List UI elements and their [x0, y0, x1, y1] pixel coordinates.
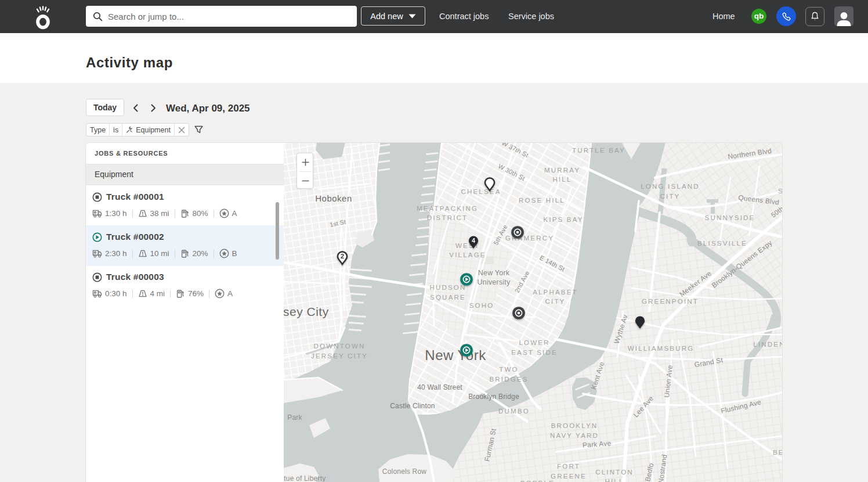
svg-text:Hoboken: Hoboken — [315, 193, 352, 203]
svg-text:ALPHABET: ALPHABET — [533, 289, 578, 296]
svg-text:DUMBO: DUMBO — [498, 408, 530, 415]
svg-text:EAST SIDE: EAST SIDE — [511, 349, 558, 356]
svg-text:TURTLE BAY: TURTLE BAY — [572, 147, 625, 154]
svg-text:SUNNYSIDE: SUNNYSIDE — [705, 214, 755, 221]
svg-text:SU: SU — [778, 188, 782, 195]
svg-text:GREENE: GREENE — [551, 473, 587, 480]
svg-text:DOWNTOWN: DOWNTOWN — [314, 343, 366, 350]
svg-text:LOWER: LOWER — [519, 339, 549, 346]
svg-text:DISTRICT: DISTRICT — [427, 214, 468, 221]
svg-text:SOHO: SOHO — [469, 302, 494, 309]
svg-text:BED: BED — [773, 449, 782, 456]
svg-text:COBBLE: COBBLE — [520, 480, 555, 482]
svg-text:BRIDGES: BRIDGES — [489, 376, 528, 383]
svg-text:MEATPACKING: MEATPACKING — [417, 205, 478, 212]
svg-text:HILL: HILL — [552, 176, 572, 183]
svg-text:Park: Park — [287, 413, 302, 422]
svg-text:Brooklyn Bridge: Brooklyn Bridge — [468, 393, 519, 401]
svg-text:TWO: TWO — [499, 366, 518, 373]
svg-text:Jersey City: Jersey City — [284, 305, 329, 318]
svg-text:CITY: CITY — [545, 298, 566, 305]
svg-text:FORT: FORT — [557, 463, 580, 470]
svg-text:40 Wall Street: 40 Wall Street — [417, 383, 462, 391]
svg-text:GREENPOINT: GREENPOINT — [642, 298, 699, 305]
svg-text:JERSEY CITY: JERSEY CITY — [311, 352, 368, 359]
svg-text:NAVY YARD: NAVY YARD — [550, 432, 599, 439]
svg-text:University: University — [478, 278, 511, 286]
svg-text:CHELSEA: CHELSEA — [461, 188, 501, 195]
svg-text:2: 2 — [341, 253, 344, 260]
svg-text:WILLIAMSBURG: WILLIAMSBURG — [628, 345, 695, 352]
svg-text:4: 4 — [472, 237, 476, 244]
svg-text:CLINTON: CLINTON — [595, 469, 634, 476]
svg-text:BLISSVILLE: BLISSVILLE — [697, 240, 747, 247]
svg-text:Castle Clinton: Castle Clinton — [390, 402, 435, 410]
svg-text:New York: New York — [478, 269, 510, 277]
svg-text:VILLAGE: VILLAGE — [449, 251, 486, 258]
svg-text:LINDEN H: LINDEN H — [753, 341, 782, 348]
svg-text:New York: New York — [425, 347, 486, 363]
svg-text:CITY: CITY — [660, 193, 681, 200]
svg-text:MURRAY: MURRAY — [544, 167, 580, 174]
svg-text:ROSE HILL: ROSE HILL — [519, 197, 565, 204]
svg-text:Statue of Liberty: Statue of Liberty — [284, 474, 326, 482]
svg-text:KIPS BAY: KIPS BAY — [543, 216, 583, 223]
svg-text:BROOKLYN: BROOKLYN — [551, 422, 598, 429]
svg-text:SQUARE: SQUARE — [430, 294, 466, 301]
svg-text:LONG ISLAND: LONG ISLAND — [641, 183, 700, 190]
svg-text:HUDSON: HUDSON — [429, 284, 466, 291]
svg-text:Colonels Row: Colonels Row — [382, 467, 427, 476]
svg-text:HILL: HILL — [605, 478, 624, 482]
